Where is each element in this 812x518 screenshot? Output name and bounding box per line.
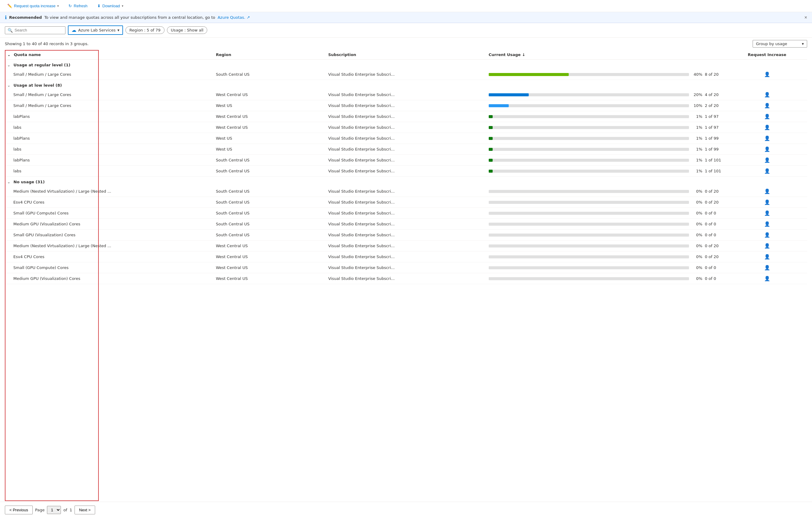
request-quota-button[interactable]: ✏️ Request quota increase ▾ (5, 2, 61, 9)
region-cell: West Central US (213, 252, 326, 262)
request-increase-icon[interactable]: 👤 (764, 71, 770, 77)
request-increase-icon[interactable]: 👤 (764, 254, 770, 260)
usage-cell: 1% 1 of 97 (486, 122, 727, 133)
previous-button[interactable]: < Previous (5, 506, 33, 514)
chevron-down-service-icon: ▾ (118, 28, 120, 32)
group-header[interactable]: ⌄ Usage at regular level (1) (5, 60, 807, 69)
search-box[interactable]: 🔍 (5, 26, 65, 34)
usage-bar-container (489, 190, 689, 193)
request-increase-icon[interactable]: 👤 (764, 199, 770, 205)
request-increase-icon[interactable]: 👤 (764, 265, 770, 270)
request-increase-icon[interactable]: 👤 (764, 168, 770, 174)
request-increase-icon[interactable]: 👤 (764, 210, 770, 216)
region-cell: West Central US (213, 262, 326, 273)
group-by-dropdown[interactable]: Group by usage ▾ (753, 40, 807, 48)
usage-percent: 1% (691, 169, 702, 173)
usage-bar-container (489, 137, 689, 140)
region-filter[interactable]: Region : 5 of 79 (125, 26, 165, 34)
total-pages: 1 (70, 508, 72, 512)
usage-cell: 20% 4 of 20 (486, 89, 727, 100)
service-label: Azure Lab Services (78, 28, 116, 32)
table-row: labPlans West US Visual Studio Enterpris… (5, 133, 807, 144)
cloud-icon: ☁ (71, 27, 76, 33)
usage-cell: 0% 0 of 0 (486, 208, 727, 219)
download-icon: ⬇ (97, 4, 100, 8)
usage-filter-label: Usage : Show all (171, 28, 204, 32)
subscription-cell: Visual Studio Enterprise Subscri... (326, 144, 486, 155)
info-banner: ℹ Recommended To view and manage quotas … (0, 12, 812, 23)
group-label: Usage at low level (8) (13, 83, 62, 88)
usage-count: 1 of 97 (705, 125, 724, 130)
usage-count: 0 of 0 (705, 233, 724, 237)
usage-bar-container (489, 234, 689, 237)
request-increase-icon[interactable]: 👤 (764, 232, 770, 238)
request-increase-icon[interactable]: 👤 (764, 157, 770, 163)
service-dropdown[interactable]: ☁ Azure Lab Services ▾ (68, 25, 123, 35)
quota-name-cell: Small (GPU Compute) Cores (5, 262, 213, 273)
group-header[interactable]: ⌄ Usage at low level (8) (5, 80, 807, 90)
usage-filter[interactable]: Usage : Show all (167, 26, 207, 34)
request-increase-cell: 👤 (727, 133, 807, 144)
usage-bar-fill (489, 104, 509, 107)
summary-row: Showing 1 to 40 of 40 records in 3 group… (0, 37, 812, 50)
subscription-cell: Visual Studio Enterprise Subscri... (326, 69, 486, 80)
usage-bar-container (489, 126, 689, 129)
region-cell: South Central US (213, 197, 326, 208)
subscription-cell: Visual Studio Enterprise Subscri... (326, 273, 486, 284)
request-increase-cell: 👤 (727, 69, 807, 80)
request-increase-cell: 👤 (727, 186, 807, 197)
request-increase-cell: 👤 (727, 219, 807, 230)
region-cell: West Central US (213, 240, 326, 252)
group-chevron-icon: ⌄ (7, 63, 10, 67)
next-button[interactable]: Next > (75, 506, 95, 514)
page-select[interactable]: 1 (47, 506, 61, 514)
azure-quotas-link[interactable]: Azure Quotas. ↗ (218, 15, 250, 20)
usage-bar-container (489, 170, 689, 173)
quota-name-cell: Esv4 CPU Cores (5, 197, 213, 208)
subscription-cell: Visual Studio Enterprise Subscri... (326, 219, 486, 230)
group-header[interactable]: ⌄ No usage (31) (5, 177, 807, 186)
usage-count: 1 of 99 (705, 147, 724, 151)
table-row: labPlans South Central US Visual Studio … (5, 155, 807, 166)
table-row: Medium GPU (Visualization) Cores West Ce… (5, 273, 807, 284)
usage-cell: 1% 1 of 101 (486, 166, 727, 177)
request-increase-icon[interactable]: 👤 (764, 276, 770, 281)
request-increase-icon[interactable]: 👤 (764, 92, 770, 97)
usage-cell: 1% 1 of 97 (486, 111, 727, 122)
col-header-name[interactable]: ⌄ Quota name (5, 50, 213, 60)
request-increase-cell: 👤 (727, 252, 807, 262)
banner-badge: Recommended (9, 15, 42, 20)
request-increase-icon[interactable]: 👤 (764, 146, 770, 152)
usage-percent: 20% (691, 92, 702, 97)
request-increase-icon[interactable]: 👤 (764, 221, 770, 227)
region-cell: South Central US (213, 208, 326, 219)
table-row: labs West Central US Visual Studio Enter… (5, 122, 807, 133)
usage-cell: 1% 1 of 99 (486, 144, 727, 155)
col-expand-icon: ⌄ (7, 52, 10, 57)
download-button[interactable]: ⬇ Download ▾ (95, 2, 126, 9)
region-cell: West Central US (213, 89, 326, 100)
usage-bar-fill (489, 73, 569, 76)
refresh-button[interactable]: ↻ Refresh (66, 2, 90, 9)
subscription-cell: Visual Studio Enterprise Subscri... (326, 166, 486, 177)
usage-percent: 0% (691, 243, 702, 248)
request-increase-icon[interactable]: 👤 (764, 243, 770, 249)
usage-percent: 1% (691, 114, 702, 119)
request-increase-cell: 👤 (727, 208, 807, 219)
group-by-label: Group by usage (756, 41, 787, 46)
request-increase-icon[interactable]: 👤 (764, 189, 770, 194)
request-increase-icon[interactable]: 👤 (764, 114, 770, 119)
region-cell: West US (213, 100, 326, 111)
col-header-usage[interactable]: Current Usage ↓ (486, 50, 727, 60)
usage-count: 0 of 0 (705, 265, 724, 270)
request-increase-icon[interactable]: 👤 (764, 103, 770, 109)
request-increase-icon[interactable]: 👤 (764, 136, 770, 141)
quota-name-cell: Small GPU (Visualization) Cores (5, 230, 213, 240)
request-increase-cell: 👤 (727, 262, 807, 273)
request-increase-icon[interactable]: 👤 (764, 124, 770, 130)
banner-close-button[interactable]: × (805, 15, 807, 20)
usage-cell: 0% 0 of 20 (486, 186, 727, 197)
search-input[interactable] (14, 28, 60, 32)
usage-cell: 0% 0 of 0 (486, 262, 727, 273)
table-row: labs South Central US Visual Studio Ente… (5, 166, 807, 177)
